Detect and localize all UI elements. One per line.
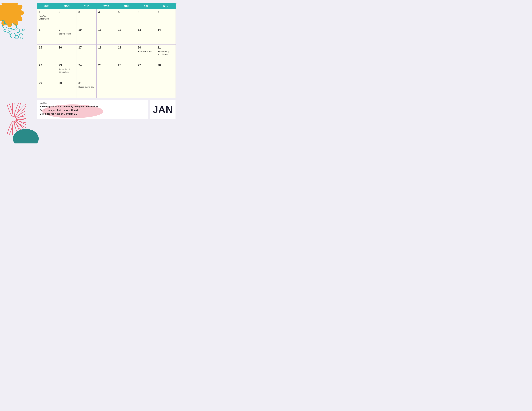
deco-bottom-left-teal — [13, 127, 39, 143]
calendar-cell-12: 12 — [116, 27, 136, 45]
svg-point-19 — [19, 33, 22, 36]
calendar-cell-14: 14 — [156, 27, 176, 45]
calendar-cell-19: 19 — [116, 45, 136, 62]
calendar-cell-24: 24 — [77, 62, 96, 80]
day-number: 20 — [138, 46, 154, 49]
cal-event: Educational Tour — [138, 50, 154, 53]
calendar-cell-29: 29 — [37, 80, 57, 98]
calendar-cell-21: 21Eye Followup Appointment — [156, 45, 176, 62]
calendar-cell-25: 25 — [96, 62, 116, 80]
calendar-cell-5: 5 — [116, 9, 136, 27]
calendar-cell-2: 2 — [57, 9, 77, 27]
svg-point-29 — [12, 103, 15, 117]
day-number: 3 — [78, 10, 95, 14]
calendar-cell-31: 31School Game Day — [77, 80, 96, 98]
day-number: 4 — [98, 10, 115, 14]
day-number: 12 — [118, 28, 134, 32]
header-sun: SUN — [37, 3, 57, 9]
day-number: 17 — [78, 46, 95, 49]
svg-point-32 — [15, 108, 26, 119]
calendar-cell-16: 16 — [57, 45, 77, 62]
header-mon: MON — [57, 3, 77, 9]
cal-event: Eye Followup Appointment — [158, 50, 174, 56]
calendar-container: SUN MON TUE WED THU FRI SUN 1New Year Ce… — [37, 3, 176, 98]
calendar-cell-30: 30 — [57, 80, 77, 98]
svg-point-16 — [16, 29, 20, 33]
calendar-cell-35 — [156, 80, 176, 98]
svg-point-21 — [22, 29, 24, 31]
day-number: 1 — [39, 10, 55, 14]
day-number: 27 — [138, 64, 154, 67]
svg-point-4 — [11, 12, 24, 23]
svg-point-13 — [3, 24, 7, 28]
svg-point-39 — [6, 121, 14, 135]
calendar-cell-6: 6 — [136, 9, 156, 27]
day-number: 8 — [39, 28, 55, 32]
svg-point-34 — [16, 119, 26, 124]
svg-point-5 — [9, 14, 19, 27]
svg-point-35 — [15, 120, 26, 131]
calendar-cell-9: 9Back to school — [57, 27, 77, 45]
cal-event: Back to school — [59, 33, 75, 35]
day-number: 5 — [118, 10, 134, 14]
day-number: 25 — [98, 64, 115, 67]
calendar-cell-27: 27 — [136, 62, 156, 80]
svg-point-9 — [0, 10, 6, 16]
day-number: 6 — [138, 10, 154, 14]
header-sat: SUN — [156, 3, 176, 9]
svg-point-22 — [15, 35, 19, 39]
svg-point-7 — [0, 14, 11, 27]
day-number: 18 — [98, 46, 115, 49]
page-wrapper: SUN MON TUE WED THU FRI SUN 1New Year Ce… — [0, 3, 177, 143]
calendar-cell-3: 3 — [77, 9, 96, 27]
calendar-cell-20: 20Educational Tour — [136, 45, 156, 62]
calendar-cell-26: 26 — [116, 62, 136, 80]
calendar-header: SUN MON TUE WED THU FRI SUN — [37, 3, 176, 9]
header-thu: THU — [116, 3, 136, 9]
calendar-cell-15: 15 — [37, 45, 57, 62]
day-number: 14 — [158, 28, 174, 32]
calendar-cell-17: 17 — [77, 45, 96, 62]
notes-box: NOTES Bake cupcakes for the family new y… — [37, 100, 148, 119]
day-number: 10 — [78, 28, 95, 32]
calendar-grid: 1New Year Celebration23456789Back to sch… — [37, 9, 176, 98]
day-number: 29 — [39, 81, 55, 85]
day-number: 31 — [78, 81, 95, 85]
day-number: 26 — [118, 64, 134, 67]
svg-point-36 — [14, 120, 26, 135]
svg-point-31 — [14, 103, 26, 118]
svg-point-11 — [0, 3, 11, 12]
day-number: 22 — [39, 64, 55, 67]
header-wed: WED — [96, 3, 116, 9]
notes-label: NOTES — [40, 102, 145, 104]
svg-point-15 — [11, 24, 17, 29]
calendar-cell-33 — [116, 80, 136, 98]
calendar-cell-34 — [136, 80, 156, 98]
calendar-cell-10: 10 — [77, 27, 96, 45]
deco-bottom-left-flower — [2, 103, 26, 135]
svg-point-20 — [4, 29, 6, 32]
day-number: 21 — [158, 46, 174, 49]
deco-top-left — [0, 3, 36, 39]
calendar-cell-22: 22 — [37, 62, 57, 80]
cal-event: School Game Day — [78, 86, 95, 88]
svg-point-3 — [13, 10, 24, 16]
svg-point-40 — [13, 129, 39, 143]
day-number: 15 — [39, 46, 55, 49]
calendar-cell-28: 28 — [156, 62, 176, 80]
notes-text: Bake cupcakes for the family new year ce… — [40, 105, 145, 116]
calendar-cell-1: 1New Year Celebration — [37, 9, 57, 27]
svg-point-33 — [16, 114, 26, 120]
header-tue: TUE — [77, 3, 96, 9]
calendar-cell-18: 18 — [96, 45, 116, 62]
svg-point-30 — [13, 103, 22, 118]
day-number: 28 — [158, 64, 174, 67]
cal-event: Kate's Debut Celebration — [59, 68, 75, 74]
bottom-section: NOTES Bake cupcakes for the family new y… — [37, 100, 176, 119]
svg-point-28 — [6, 103, 14, 118]
day-number: 23 — [59, 64, 75, 67]
day-number: 24 — [78, 64, 95, 67]
svg-point-12 — [5, 8, 15, 18]
svg-point-18 — [10, 33, 16, 38]
svg-point-17 — [7, 33, 9, 35]
